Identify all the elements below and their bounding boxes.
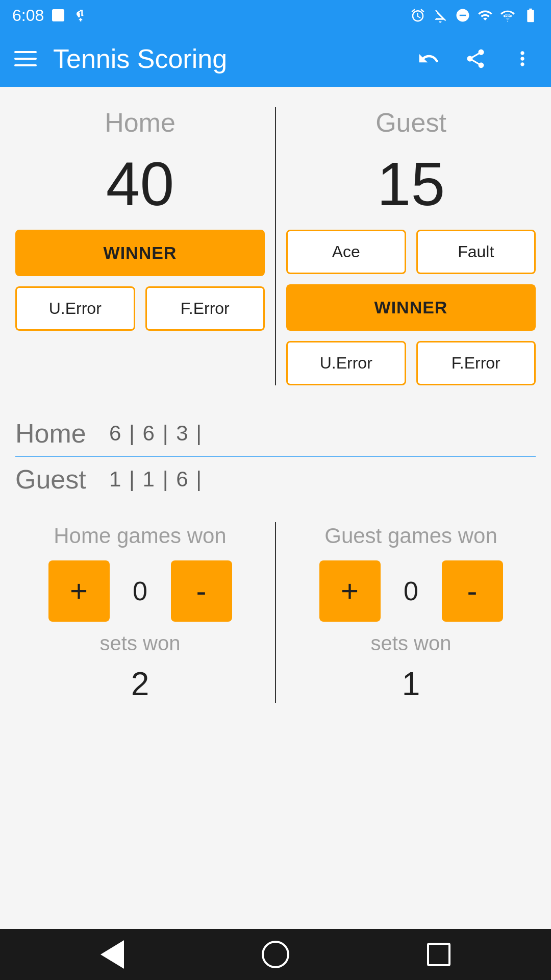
ace-fault-row: Ace Fault — [286, 230, 536, 274]
guest-sets-label: Guest — [15, 464, 97, 495]
usb-icon — [72, 7, 89, 23]
undo-button[interactable] — [414, 44, 443, 73]
app-bar-icons — [414, 44, 537, 73]
home-games-minus-button[interactable]: - — [171, 560, 232, 622]
notification-off-icon — [433, 8, 448, 23]
sets-section: Home 6 | 6 | 3 | Guest 1 | 1 | 6 | — [0, 401, 551, 512]
home-sets-won-value: 2 — [131, 665, 149, 703]
home-column: Home 40 WINNER U.Error F.Error — [15, 107, 275, 385]
recent-button[interactable] — [421, 937, 457, 972]
home-sets-label: Home — [15, 418, 97, 449]
home-games-counter: + 0 - — [48, 560, 232, 622]
home-games-label: Home games won — [54, 522, 226, 550]
home-score: 40 — [106, 153, 174, 214]
home-winner-button[interactable]: WINNER — [15, 230, 265, 276]
status-bar: 6:08 — [0, 0, 551, 31]
home-label: Home — [105, 107, 176, 138]
guest-games-plus-button[interactable]: + — [319, 560, 381, 622]
home-games-plus-button[interactable]: + — [48, 560, 110, 622]
main-content: Home 40 WINNER U.Error F.Error Guest 15 … — [0, 87, 551, 929]
home-sets-row: Home 6 | 6 | 3 | — [15, 411, 536, 457]
back-icon — [101, 940, 124, 969]
guest-sets-won-label: sets won — [371, 632, 452, 655]
more-vert-button[interactable] — [508, 44, 537, 73]
guest-error-row: U.Error F.Error — [286, 341, 536, 385]
guest-games-minus-button[interactable]: - — [442, 560, 503, 622]
status-left: 6:08 — [12, 6, 89, 25]
score-section: Home 40 WINNER U.Error F.Error Guest 15 … — [0, 87, 551, 401]
guest-games-label: Guest games won — [324, 522, 497, 550]
guest-ferror-button[interactable]: F.Error — [416, 341, 536, 385]
battery-icon — [522, 7, 539, 23]
guest-winner-button[interactable]: WINNER — [286, 284, 536, 331]
guest-sets-won-value: 1 — [402, 665, 420, 703]
signal-icon — [500, 8, 515, 23]
guest-sets-row: Guest 1 | 1 | 6 | — [15, 457, 536, 502]
guest-column: Guest 15 Ace Fault WINNER U.Error F.Erro… — [275, 107, 536, 385]
photo-icon — [50, 7, 66, 23]
home-sets-won-label: sets won — [100, 632, 181, 655]
dnd-icon — [455, 8, 470, 23]
alarm-icon — [410, 8, 425, 23]
home-sets-scores: 6 | 6 | 3 | — [109, 421, 203, 446]
hamburger-icon[interactable] — [14, 51, 37, 66]
games-section: Home games won + 0 - sets won 2 Guest ga… — [0, 512, 551, 718]
home-uerror-button[interactable]: U.Error — [15, 286, 135, 331]
back-button[interactable] — [94, 937, 130, 972]
bottom-nav — [0, 929, 551, 980]
guest-uerror-button[interactable]: U.Error — [286, 341, 406, 385]
fault-button[interactable]: Fault — [416, 230, 536, 274]
guest-sets-scores: 1 | 1 | 6 | — [109, 467, 203, 492]
home-games-col: Home games won + 0 - sets won 2 — [15, 522, 276, 703]
app-title: Tennis Scoring — [53, 43, 398, 74]
home-icon — [262, 941, 289, 968]
home-ferror-button[interactable]: F.Error — [145, 286, 265, 331]
wifi-icon — [478, 8, 493, 23]
home-games-value: 0 — [125, 576, 156, 606]
ace-button[interactable]: Ace — [286, 230, 406, 274]
share-button[interactable] — [461, 44, 490, 73]
guest-score: 15 — [377, 153, 445, 214]
status-right — [410, 7, 539, 23]
status-time: 6:08 — [12, 6, 44, 25]
app-bar: Tennis Scoring — [0, 31, 551, 87]
recent-icon — [427, 943, 450, 966]
home-error-row: U.Error F.Error — [15, 286, 265, 331]
guest-games-value: 0 — [396, 576, 427, 606]
guest-games-col: Guest games won + 0 - sets won 1 — [276, 522, 536, 703]
guest-label: Guest — [375, 107, 446, 138]
guest-games-counter: + 0 - — [319, 560, 503, 622]
home-button[interactable] — [258, 937, 293, 972]
